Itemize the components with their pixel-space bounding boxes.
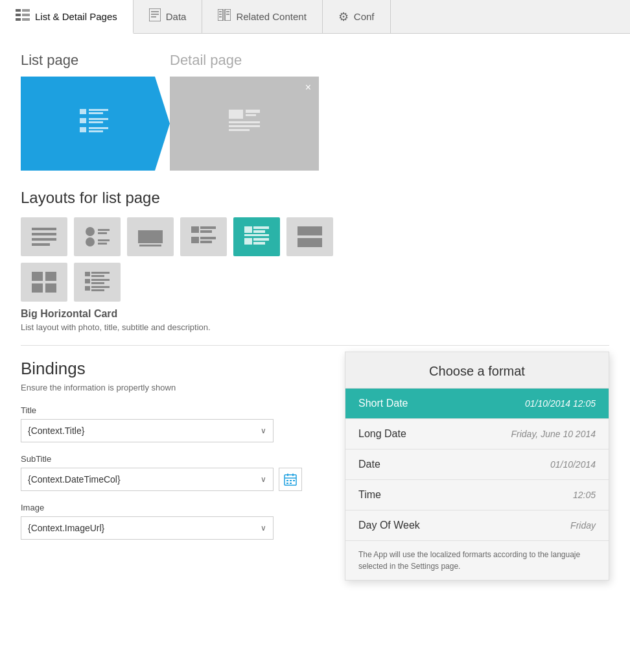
svg-rect-28 — [246, 114, 256, 116]
calendar-button[interactable] — [279, 468, 302, 491]
image-select[interactable]: {Context.ImageUrl} ∨ — [21, 516, 274, 540]
layout-btn-0[interactable] — [21, 217, 67, 256]
svg-rect-31 — [229, 129, 250, 131]
format-name-3: Time — [358, 489, 381, 501]
tab-list-detail[interactable]: List & Detail Pages — [0, 0, 134, 34]
svg-rect-9 — [151, 16, 156, 18]
list-page-card[interactable] — [21, 77, 170, 171]
layout-btn-1[interactable] — [74, 217, 121, 256]
svg-rect-62 — [45, 283, 56, 293]
svg-rect-27 — [246, 110, 260, 113]
svg-rect-40 — [98, 239, 110, 241]
svg-rect-53 — [244, 234, 269, 236]
svg-rect-64 — [91, 272, 110, 274]
card-title: Big Horizontal Card — [21, 308, 609, 320]
svg-rect-80 — [290, 483, 292, 484]
svg-rect-74 — [292, 474, 294, 476]
layout-btn-7[interactable] — [74, 263, 121, 302]
format-value-2: 01/10/2014 — [550, 459, 596, 470]
svg-rect-12 — [219, 14, 222, 15]
svg-rect-55 — [253, 238, 269, 241]
page-type-labels: List page Detail page — [21, 52, 609, 69]
card-desc: List layout with photo, title, subtitle … — [21, 322, 609, 332]
detail-page-label: Detail page — [170, 52, 319, 69]
tab-data-label: Data — [166, 11, 187, 22]
svg-rect-17 — [80, 109, 86, 114]
svg-rect-5 — [22, 18, 30, 21]
svg-rect-18 — [89, 109, 108, 111]
svg-rect-24 — [89, 127, 108, 129]
main-content: List page Detail page × — [0, 34, 630, 572]
tab-list-detail-label: List & Detail Pages — [35, 11, 117, 22]
svg-rect-4 — [16, 18, 21, 21]
detail-page-card[interactable]: × — [170, 77, 319, 171]
svg-rect-60 — [45, 272, 56, 281]
format-option-0[interactable]: Short Date 01/10/2014 12:05 — [345, 389, 609, 419]
title-select[interactable]: {Context.Title} ∨ — [21, 419, 274, 442]
svg-rect-23 — [80, 127, 86, 132]
layout-icons-row-2 — [21, 263, 609, 302]
format-value-1: Friday, June 10 2014 — [511, 429, 596, 439]
tab-data[interactable]: Data — [134, 0, 203, 33]
format-option-3[interactable]: Time 12:05 — [345, 480, 609, 510]
svg-rect-21 — [89, 118, 108, 120]
format-option-2[interactable]: Date 01/10/2014 — [345, 450, 609, 480]
svg-rect-16 — [226, 14, 229, 15]
layout-btn-4[interactable] — [233, 217, 280, 256]
layout-btn-3[interactable] — [180, 217, 227, 256]
svg-rect-41 — [98, 243, 107, 245]
svg-rect-35 — [32, 243, 50, 246]
format-option-4[interactable]: Day Of Week Friday — [345, 510, 609, 541]
svg-rect-2 — [16, 14, 21, 16]
svg-rect-71 — [91, 289, 104, 291]
svg-rect-76 — [286, 480, 288, 481]
svg-rect-47 — [191, 237, 199, 243]
svg-rect-19 — [89, 112, 103, 114]
svg-rect-56 — [253, 242, 265, 245]
title-chevron-icon: ∨ — [261, 426, 266, 435]
format-note: The App will use the localized formarts … — [345, 541, 609, 580]
close-btn[interactable]: × — [305, 82, 311, 93]
layout-icons-row-1 — [21, 217, 609, 256]
subtitle-chevron-icon: ∨ — [261, 475, 266, 484]
svg-rect-69 — [85, 286, 90, 291]
format-name-4: Day Of Week — [358, 520, 420, 531]
subtitle-select-value: {Context.DateTimeCol} — [28, 474, 121, 485]
svg-rect-70 — [91, 286, 110, 288]
svg-rect-22 — [89, 121, 103, 123]
data-icon — [149, 8, 161, 25]
list-detail-icon — [16, 9, 30, 24]
section-divider — [21, 345, 609, 346]
format-popup-title: Choose a format — [345, 352, 609, 389]
format-option-1[interactable]: Long Date Friday, June 10 2014 — [345, 419, 609, 450]
svg-rect-34 — [32, 238, 56, 241]
svg-rect-29 — [229, 121, 260, 123]
layout-preview: × — [21, 77, 364, 171]
svg-rect-48 — [200, 237, 216, 239]
conf-icon: ⚙ — [338, 10, 349, 24]
svg-rect-46 — [200, 230, 212, 233]
svg-rect-33 — [32, 233, 56, 235]
format-value-4: Friday — [570, 520, 596, 531]
svg-rect-15 — [226, 11, 229, 12]
tab-related-content[interactable]: Related Content — [202, 0, 322, 33]
svg-rect-45 — [200, 226, 216, 229]
format-value-0: 01/10/2014 12:05 — [525, 398, 596, 409]
svg-rect-49 — [200, 241, 212, 243]
image-chevron-icon: ∨ — [261, 523, 266, 533]
svg-rect-65 — [91, 275, 104, 277]
subtitle-select[interactable]: {Context.DateTimeCol} ∨ — [21, 468, 274, 491]
layout-btn-5[interactable] — [286, 217, 333, 256]
svg-rect-57 — [298, 226, 322, 235]
format-name-1: Long Date — [358, 428, 406, 440]
layout-btn-6[interactable] — [21, 263, 67, 302]
layout-btn-2[interactable] — [127, 217, 174, 256]
svg-rect-25 — [89, 130, 103, 132]
svg-rect-38 — [98, 229, 110, 231]
svg-rect-59 — [32, 272, 43, 281]
tab-conf[interactable]: ⚙ Conf — [323, 0, 391, 33]
detail-page-card-icon — [228, 108, 261, 139]
svg-rect-63 — [85, 272, 90, 276]
list-page-card-icon — [78, 106, 112, 141]
svg-rect-79 — [286, 483, 288, 484]
